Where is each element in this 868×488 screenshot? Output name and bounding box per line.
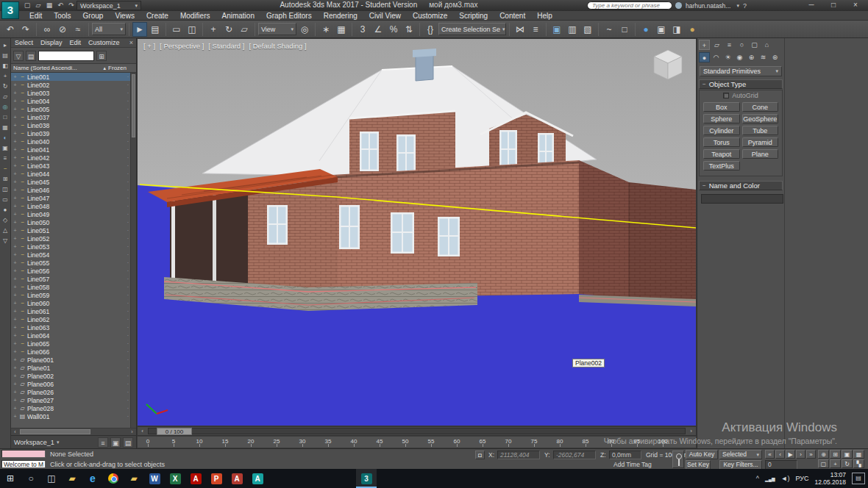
create-plane-button[interactable]: Plane <box>742 149 779 159</box>
pan-icon[interactable]: + <box>830 459 841 468</box>
menu-customize[interactable]: Customize <box>407 11 453 20</box>
macro-recorder-field[interactable] <box>1 450 46 458</box>
left-toolbar-icon-5[interactable]: ↻ <box>1 82 10 91</box>
go-to-end-button[interactable]: » <box>806 450 816 459</box>
scene-object-row[interactable]: +▤Wall001· <box>11 412 136 420</box>
key-mode-dropdown[interactable]: Selected ▾ <box>719 450 762 459</box>
create-cylinder-button[interactable]: Cylinder <box>703 126 740 135</box>
select-object-icon[interactable]: ► <box>132 22 147 37</box>
left-toolbar-icon-16[interactable]: ▭ <box>1 195 10 204</box>
render-production-icon[interactable]: ● <box>685 22 700 37</box>
volume-icon[interactable]: ◄) <box>781 475 790 482</box>
explorer-menu-edit[interactable]: Edit <box>66 39 85 46</box>
scene-object-row[interactable]: +▱Plane028· <box>11 404 136 412</box>
menu-group[interactable]: Group <box>77 11 110 20</box>
scroll-left-icon[interactable]: ‹ <box>11 428 19 435</box>
create-box-button[interactable]: Box <box>703 102 740 112</box>
scene-object-row[interactable]: +~Line065· <box>11 340 136 348</box>
scene-object-row[interactable]: +~Line049· <box>11 210 136 218</box>
time-slider-track[interactable] <box>148 428 686 434</box>
create-torus-button[interactable]: Torus <box>703 137 740 147</box>
scene-object-row[interactable]: +~Line004· <box>11 97 136 105</box>
add-time-tag[interactable]: Add Time Tag <box>613 461 652 468</box>
left-toolbar-icon-10[interactable]: ◐ <box>1 133 10 143</box>
toggle-layer-explorer-icon[interactable]: ▥ <box>565 22 580 37</box>
category-lights-icon[interactable]: ☀ <box>722 52 733 62</box>
clock[interactable]: 13:07 12.05.2018 <box>814 471 846 486</box>
category-shapes-icon[interactable]: ◠ <box>711 52 722 62</box>
workspace-dropdown[interactable]: Workspace_1 ▾ <box>77 1 141 10</box>
previous-frame-icon[interactable]: ‹ <box>138 428 146 435</box>
left-toolbar-icon-4[interactable]: + <box>1 71 10 81</box>
left-toolbar-icon-9[interactable]: ▦ <box>1 123 10 132</box>
minimize-button[interactable]: ─ <box>800 0 822 11</box>
scene-object-row[interactable]: +▱Plane01· <box>11 364 136 372</box>
scene-object-row[interactable]: +~Line045· <box>11 178 136 186</box>
scene-explorer-search-input[interactable] <box>38 51 94 61</box>
tab-modify-icon[interactable]: ▱ <box>711 40 722 50</box>
autogrid-row[interactable]: AutoGrid <box>700 90 782 101</box>
unlink-selection-icon[interactable]: ⊘ <box>55 22 70 37</box>
render-setup-icon[interactable]: ▣ <box>654 22 669 37</box>
menu-graph-editors[interactable]: Graph Editors <box>260 11 318 20</box>
scene-object-row[interactable]: +~Line042· <box>11 154 136 162</box>
left-toolbar-icon-8[interactable]: □ <box>1 112 10 122</box>
set-key-mode-toggle[interactable] <box>672 451 684 468</box>
new-scene-icon[interactable]: ▢ <box>22 1 32 10</box>
left-toolbar-icon-13[interactable]: ~ <box>1 164 10 173</box>
tab-motion-icon[interactable]: ○ <box>736 40 747 50</box>
explorer-filter-icon[interactable]: ▽ <box>13 51 24 61</box>
scene-object-row[interactable]: +~Line001· <box>11 73 136 81</box>
taskbar-task-view-button[interactable]: ◫ <box>41 469 62 488</box>
auto-key-button[interactable]: Auto Key <box>686 450 718 459</box>
orbit-icon[interactable]: ↻ <box>842 459 853 468</box>
menu-scripting[interactable]: Scripting <box>453 11 494 20</box>
mirror-icon[interactable]: ⋈ <box>513 22 527 37</box>
scene-object-row[interactable]: +~Line060· <box>11 299 136 307</box>
scene-object-row[interactable]: +~Line064· <box>11 331 136 340</box>
column-frozen[interactable]: Frozen <box>108 65 127 71</box>
menu-rendering[interactable]: Rendering <box>318 11 363 20</box>
scene-object-row[interactable]: +▱Plane001· <box>11 356 136 364</box>
scene-object-row[interactable]: +~Line054· <box>11 251 136 259</box>
action-center-icon[interactable]: ▤ <box>852 473 865 484</box>
bind-to-space-warp-icon[interactable]: ≈ <box>71 22 85 37</box>
scene-object-row[interactable]: +~Line059· <box>11 291 136 299</box>
left-toolbar-icon-19[interactable]: △ <box>1 226 10 235</box>
scene-object-row[interactable]: +~Line048· <box>11 202 136 210</box>
scene-object-row[interactable]: +~Line037· <box>11 113 136 121</box>
column-name[interactable]: Name (Sorted Ascendi... <box>13 65 101 71</box>
taskbar-app-explorer[interactable]: ▰ <box>62 469 82 488</box>
scene-object-row[interactable]: +▱Plane006· <box>11 380 136 388</box>
undo-icon[interactable]: ↶ <box>55 1 65 10</box>
track-bar[interactable]: 0510152025303540455055606570758085909510… <box>137 436 697 448</box>
scene-object-row[interactable]: +~Line044· <box>11 170 136 178</box>
spinner-snap-icon[interactable]: ⇅ <box>402 22 416 37</box>
tab-display-icon[interactable]: ▢ <box>749 40 760 50</box>
viewport-style-label[interactable]: [ Standard ] <box>208 42 244 50</box>
taskbar-app-autodesk[interactable]: A <box>227 469 247 488</box>
taskbar-search-button[interactable]: ○ <box>21 469 41 488</box>
taskbar-app-edge[interactable]: e <box>82 469 103 488</box>
select-and-manipulate-icon[interactable]: ∗ <box>319 22 333 37</box>
taskbar-start-button[interactable]: ⊞ <box>0 469 21 488</box>
chimney[interactable] <box>413 49 436 81</box>
zoom-icon[interactable]: ⊕ <box>818 450 829 459</box>
menu-tools[interactable]: Tools <box>48 11 77 20</box>
menu-animation[interactable]: Animation <box>216 11 260 20</box>
toggle-scene-explorer-icon[interactable]: ▣ <box>549 22 564 37</box>
taskbar-app-excel[interactable]: X <box>165 469 185 488</box>
taskbar-app-autodesk-2[interactable]: A <box>247 469 268 488</box>
toggle-ribbon-icon[interactable]: ▧ <box>580 22 595 37</box>
scene-object-row[interactable]: +~Line063· <box>11 323 136 331</box>
category-geometry-icon[interactable]: ● <box>699 52 710 62</box>
panel-close-icon[interactable]: × <box>127 39 136 46</box>
scene-object-row[interactable]: +~Line043· <box>11 162 136 170</box>
scene-object-row[interactable]: +~Line061· <box>11 307 136 315</box>
left-toolbar-icon-1[interactable]: ▸ <box>1 40 10 50</box>
taskbar-app-3dsmax[interactable]: 3 <box>356 469 377 488</box>
left-toolbar-icon-17[interactable]: ● <box>1 205 10 215</box>
left-toolbar-icon-2[interactable]: ▤ <box>1 51 10 60</box>
menu-create[interactable]: Create <box>140 11 174 20</box>
save-file-icon[interactable]: ▦ <box>44 1 54 10</box>
